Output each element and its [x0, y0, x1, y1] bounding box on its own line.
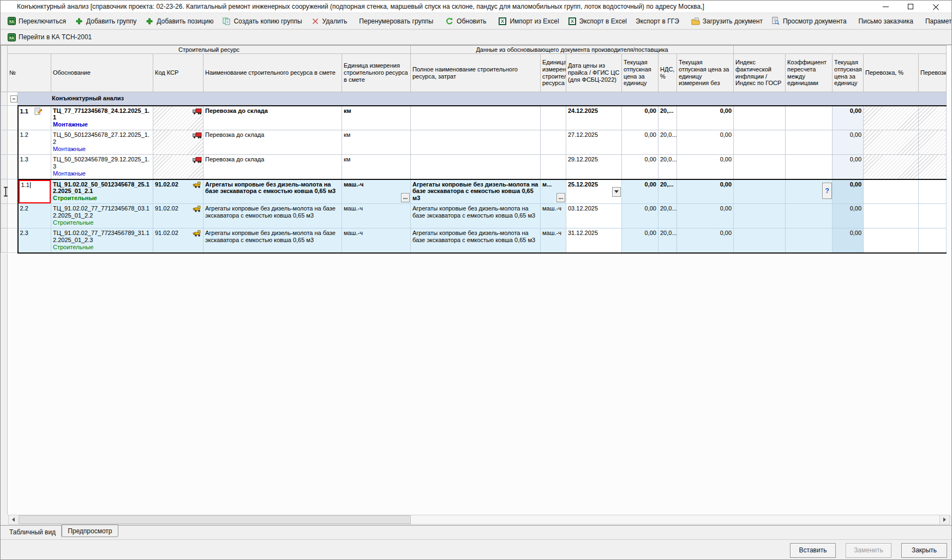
cell-inflation-index[interactable] [734, 130, 786, 155]
cell-price-no-vat[interactable]: 0,00 [677, 130, 734, 155]
cell-price-date[interactable]: 27.12.2025 [566, 130, 622, 155]
cell-unit-price[interactable]: 0,00 [833, 106, 864, 130]
toolbar-button-19[interactable]: Параметры [921, 15, 952, 28]
row-selector[interactable] [1, 204, 8, 228]
cell-ksr-code[interactable] [153, 155, 203, 179]
row-selector[interactable] [1, 155, 8, 179]
cell-resource-name[interactable]: Агрегаты копровые без дизель-молота на б… [203, 179, 342, 204]
cell-number[interactable]: 2.3 [18, 228, 51, 253]
cell-conversion-coef[interactable] [786, 130, 833, 155]
cell-full-name[interactable] [411, 155, 541, 179]
toolbar-button-12[interactable]: Экспорт в ГГЭ [631, 15, 684, 28]
close-button[interactable] [927, 1, 944, 12]
cell-ksr-code[interactable]: 91.02.02 [153, 179, 203, 204]
scrollbar-thumb[interactable] [19, 515, 411, 524]
table-row[interactable]: 1.2ТЦ_50_5012345678_27.12.2025_1.2Монтаж… [1, 130, 947, 155]
cell-resource-name[interactable]: Агрегаты копровые без дизель-молота на б… [203, 204, 342, 228]
cell-inflation-index[interactable] [734, 228, 786, 253]
cell-vat[interactable]: 20,... [658, 106, 677, 130]
toolbar-button-15[interactable]: Просмотр документа [767, 15, 851, 28]
cell-vat[interactable]: 20,0... [658, 204, 677, 228]
cell-basis[interactable]: ТЦ_91.02.02_50_5012345678_25.12.2025_01_… [51, 179, 153, 204]
cell-full-name[interactable] [411, 106, 541, 130]
cell-resource-name[interactable]: Агрегаты копровые без дизель-молота на б… [203, 228, 342, 253]
footer-button-2[interactable]: Закрыть [901, 543, 947, 558]
toolbar-button-8[interactable]: Обновить [441, 15, 490, 28]
ellipsis-button[interactable]: ... [401, 193, 410, 202]
cell-inflation-index[interactable] [734, 179, 786, 204]
cell-price-date[interactable]: 29.12.2025 [566, 155, 622, 179]
cell-ksr-code[interactable]: 91.02.02 [153, 204, 203, 228]
table-row[interactable]: 2.3ТЦ_91.02.02_77_7723456789_31.12.2025_… [1, 228, 947, 253]
cell-vat[interactable]: 20,0... [658, 130, 677, 155]
cell-current-price[interactable]: 0,00 [622, 204, 658, 228]
row-selector[interactable] [1, 228, 8, 253]
cell-basis[interactable]: ТЦ_91.02.02_77_7723456789_31.12.2025_01_… [51, 228, 153, 253]
toolbar-button-2[interactable]: Добавить позицию [141, 15, 218, 28]
cell-price-no-vat[interactable]: 0,00 [677, 106, 734, 130]
coef-help-button[interactable]: ? [822, 183, 832, 199]
ellipsis-button[interactable]: ... [556, 193, 565, 202]
cell-vat[interactable]: 20,... [658, 179, 677, 204]
maximize-button[interactable] [902, 1, 919, 12]
cell-full-unit[interactable]: маш.-ч [541, 228, 566, 253]
cell-unit[interactable]: км [342, 155, 411, 179]
cell-number[interactable]: 2.2 [18, 204, 51, 228]
cell-inflation-index[interactable] [734, 204, 786, 228]
footer-button-0[interactable]: Вставить [790, 543, 836, 558]
group-row[interactable]: Конъюнктурный анализ [1, 92, 947, 106]
cell-basis[interactable]: ТЦ_50_5023456789_29.12.2025_1.3Монтажные [51, 155, 153, 179]
toolbar2-button-0[interactable]: КАПерейти в КА ТСН-2001 [3, 31, 96, 44]
cell-unit[interactable]: маш.-ч [342, 204, 411, 228]
toolbar-button-14[interactable]: Загрузить документ [687, 15, 767, 28]
cell-number[interactable]: 1.2 [18, 130, 51, 155]
cell-price-date[interactable]: 03.12.2025 [566, 204, 622, 228]
cell-price-date[interactable]: 25.12.2025 [566, 179, 622, 204]
cell-full-name[interactable] [411, 130, 541, 155]
toolbar-button-3[interactable]: Создать копию группы [218, 15, 306, 28]
horizontal-scrollbar[interactable] [8, 515, 950, 525]
table-row[interactable]: 1.1ТЦ_91.02.02_50_5012345678_25.12.2025_… [1, 179, 947, 204]
cell-unit-price[interactable]: 0,00 [833, 130, 864, 155]
cell-unit-price[interactable]: 0,00 [833, 228, 864, 253]
table-row[interactable]: 1.1ТЦ_77_7712345678_24.12.2025_1.1Монтаж… [1, 106, 947, 130]
cell-price-date[interactable]: 24.12.2025 [566, 106, 622, 130]
cell-conversion-coef[interactable]: ? [786, 179, 833, 204]
cell-full-unit[interactable] [541, 130, 566, 155]
cell-resource-name[interactable]: Перевозка до склада [203, 130, 342, 155]
cell-ksr-code[interactable] [153, 130, 203, 155]
cell-price-date[interactable]: 31.12.2025 [566, 228, 622, 253]
toolbar-button-0[interactable]: КАПереключиться [3, 15, 70, 28]
cell-current-price[interactable]: 0,00 [622, 106, 658, 130]
date-dropdown-button[interactable] [612, 187, 621, 197]
cell-conversion-coef[interactable] [786, 228, 833, 253]
table-row[interactable]: 2.2ТЦ_91.02.02_77_7712345678_03.12.2025_… [1, 204, 947, 228]
cell-unit[interactable]: км [342, 106, 411, 130]
scroll-left-button[interactable] [9, 515, 19, 524]
cell-inflation-index[interactable] [734, 106, 786, 130]
cell-unit[interactable]: км [342, 130, 411, 155]
cell-number[interactable]: 1.1 [18, 179, 51, 204]
cell-price-no-vat[interactable]: 0,00 [677, 179, 734, 204]
cell-basis[interactable]: ТЦ_91.02.02_77_7712345678_03.12.2025_01_… [51, 204, 153, 228]
cell-unit[interactable]: маш.-ч [342, 228, 411, 253]
cell-ksr-code[interactable]: 91.02.02 [153, 228, 203, 253]
cell-current-price[interactable]: 0,00 [622, 179, 658, 204]
cell-current-price[interactable]: 0,00 [622, 130, 658, 155]
cell-resource-name[interactable]: Перевозка до склада [203, 106, 342, 130]
cell-full-unit[interactable] [541, 155, 566, 179]
toolbar-button-4[interactable]: Удалить [307, 15, 352, 28]
cell-conversion-coef[interactable] [786, 155, 833, 179]
cell-current-price[interactable]: 0,00 [622, 155, 658, 179]
cell-inflation-index[interactable] [734, 155, 786, 179]
row-selector[interactable] [1, 106, 8, 130]
cell-price-no-vat[interactable]: 0,00 [677, 155, 734, 179]
cell-vat[interactable]: 20,0... [658, 155, 677, 179]
cell-unit[interactable]: маш.-ч... [342, 179, 411, 204]
cell-price-no-vat[interactable]: 0,00 [677, 228, 734, 253]
cell-conversion-coef[interactable] [786, 106, 833, 130]
cell-price-no-vat[interactable]: 0,00 [677, 204, 734, 228]
collapse-group-button[interactable] [10, 95, 17, 103]
cell-basis[interactable]: ТЦ_77_7712345678_24.12.2025_1.1Монтажные [51, 106, 153, 130]
cell-full-name[interactable]: Агрегаты копровые без дизель-молота на б… [411, 179, 541, 204]
